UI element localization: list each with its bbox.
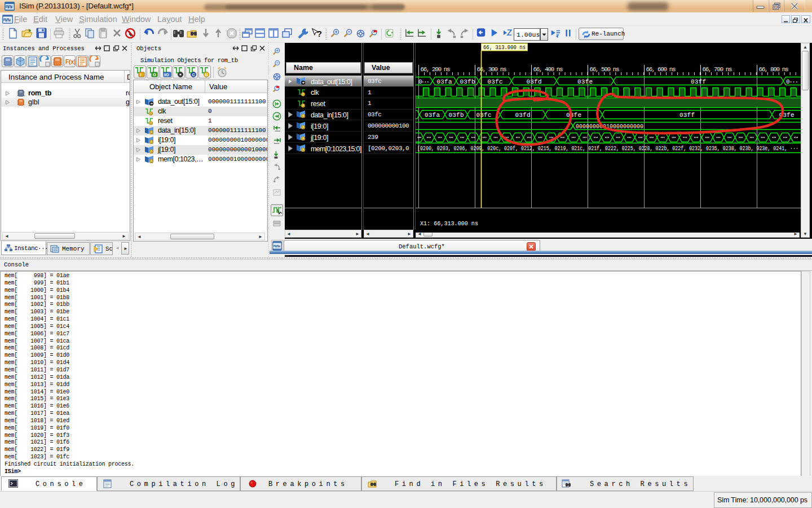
- svg-text:03fe: 03fe: [577, 78, 593, 85]
- svg-text:U: U: [151, 150, 153, 154]
- svg-text:U: U: [302, 93, 304, 96]
- svg-text:03fc: 03fc: [488, 78, 503, 85]
- svg-text:03fc: 03fc: [476, 112, 492, 119]
- svg-text:U: U: [302, 125, 305, 129]
- svg-text:66, 400 ns: 66, 400 ns: [533, 66, 563, 73]
- svg-text:03fa: 03fa: [425, 112, 440, 119]
- svg-text:66, 313.000 ns: 66, 313.000 ns: [483, 45, 526, 51]
- svg-text:I/O: I/O: [164, 73, 169, 77]
- svg-text:C: C: [192, 73, 195, 77]
- svg-text:[0200, 0203, 0206, 0209, 020c,: [0200, 0203, 0206, 0209, 020c, 020f, 021…: [417, 145, 798, 152]
- svg-text:03ff: 03ff: [679, 112, 695, 119]
- svg-text:U: U: [151, 159, 153, 163]
- svg-text:U: U: [150, 121, 152, 125]
- svg-text:66, 700 ns: 66, 700 ns: [703, 66, 732, 73]
- svg-text:03ff: 03ff: [691, 78, 706, 85]
- svg-text:03fd: 03fd: [527, 78, 542, 85]
- svg-text:03fd: 03fd: [515, 112, 531, 119]
- svg-text:U: U: [151, 130, 153, 134]
- svg-text:66, 200 ns: 66, 200 ns: [421, 66, 451, 73]
- svg-text:U: U: [150, 112, 152, 115]
- svg-text:X1: 66,313.000 ns: X1: 66,313.000 ns: [420, 221, 478, 227]
- svg-text:I: I: [140, 72, 142, 77]
- svg-text:U: U: [151, 140, 153, 144]
- svg-text:U: U: [205, 73, 208, 77]
- svg-text:U: U: [302, 114, 305, 118]
- svg-text:03fb: 03fb: [449, 112, 464, 119]
- svg-text:03fb: 03fb: [460, 78, 475, 85]
- svg-text:0···: 0···: [418, 78, 430, 85]
- svg-text:66, 800 ns: 66, 800 ns: [759, 66, 789, 73]
- svg-text:03fe: 03fe: [566, 112, 581, 119]
- svg-text:0···: 0···: [786, 78, 798, 85]
- svg-text:?: ?: [317, 29, 322, 38]
- svg-text:U: U: [302, 137, 305, 141]
- svg-text:66, 600 ns: 66, 600 ns: [646, 66, 676, 73]
- svg-text:U: U: [302, 148, 305, 152]
- svg-text:U: U: [302, 104, 304, 107]
- svg-text:03fa: 03fa: [437, 78, 452, 85]
- svg-text:O: O: [153, 72, 156, 77]
- svg-text:F(x): F(x): [65, 59, 76, 65]
- svg-text:66, 500 ns: 66, 500 ns: [590, 66, 620, 73]
